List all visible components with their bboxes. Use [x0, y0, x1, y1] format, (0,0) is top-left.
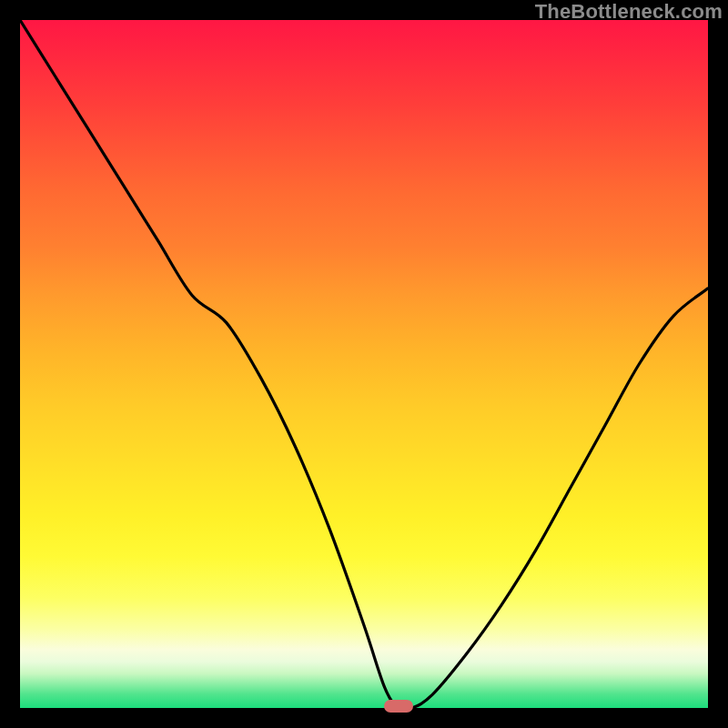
bottleneck-marker: [384, 700, 413, 713]
bottleneck-curve: [20, 20, 708, 708]
chart-container: TheBottleneck.com: [0, 0, 728, 728]
watermark-text: TheBottleneck.com: [535, 0, 723, 24]
plot-area: [20, 20, 708, 708]
